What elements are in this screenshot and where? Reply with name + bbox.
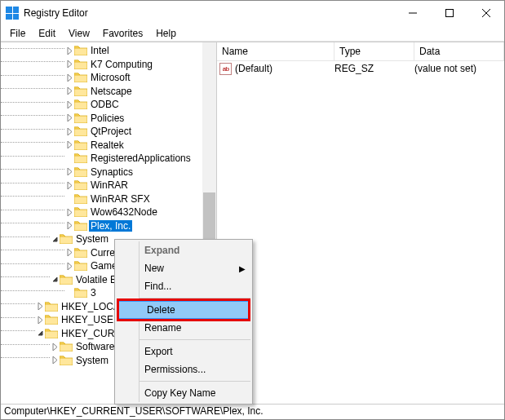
chevron-right-icon[interactable] [50, 340, 60, 353]
chevron-right-icon[interactable] [64, 98, 74, 111]
col-header-data[interactable]: Data [414, 42, 504, 60]
ctx-find[interactable]: Find... [140, 277, 250, 295]
regedit-app-icon [6, 7, 19, 20]
chevron-right-icon[interactable] [64, 71, 74, 84]
list-pane[interactable]: Name Type Data ab (Default) REG_SZ (valu… [217, 42, 504, 404]
tree-item-label: Software [74, 341, 116, 352]
folder-icon [74, 287, 87, 298]
tree-item-label: Policies [89, 113, 126, 124]
row-name: (Default) [235, 63, 272, 74]
tree-item-label: WinRAR SFX [89, 193, 152, 205]
folder-icon [74, 153, 87, 164]
chevron-right-icon[interactable] [64, 85, 74, 98]
tree-item[interactable]: Wow6432Node [1, 206, 216, 219]
tree-item-label: RegisteredApplications [89, 153, 193, 164]
tree-item-label: Synaptics [89, 166, 135, 178]
menu-edit[interactable]: Edit [33, 27, 61, 40]
chevron-right-icon[interactable] [35, 300, 45, 313]
folder-icon [60, 274, 73, 285]
chevron-down-icon[interactable] [50, 273, 60, 286]
tree-item[interactable]: K7 Computing [1, 58, 216, 72]
menu-file[interactable]: File [4, 27, 31, 40]
menu-view[interactable]: View [63, 27, 95, 40]
folder-icon [74, 113, 87, 124]
context-menu: Expand New ▶ Find... Delete Rename Expor… [114, 239, 253, 405]
tree-item[interactable]: Policies [1, 112, 216, 126]
tree-item-label: Intel [89, 45, 111, 56]
folder-icon [74, 72, 87, 83]
tree-item[interactable]: Microsoft [1, 71, 216, 85]
chevron-right-icon[interactable] [64, 166, 74, 179]
list-row[interactable]: ab (Default) REG_SZ (value not set) [217, 61, 504, 76]
tree-item-label: Realtek [89, 139, 126, 151]
tree-item[interactable]: ODBC [1, 98, 216, 112]
folder-icon [74, 193, 87, 205]
ctx-new[interactable]: New ▶ [140, 259, 250, 277]
ctx-copy-key-name[interactable]: Copy Key Name [140, 384, 250, 402]
minimize-button[interactable] [394, 1, 431, 25]
tree-item-label: 3 [89, 287, 98, 298]
title-bar: Registry Editor [1, 1, 504, 25]
tree-item[interactable]: WinRAR SFX [1, 192, 216, 206]
list-header[interactable]: Name Type Data [217, 42, 504, 61]
chevron-right-icon[interactable] [64, 259, 74, 272]
chevron-right-icon[interactable] [50, 354, 60, 367]
folder-icon [60, 341, 73, 352]
chevron-right-icon[interactable] [64, 206, 74, 219]
chevron-down-icon[interactable] [35, 327, 45, 340]
tree-item-label: QtProject [89, 126, 133, 137]
folder-icon [74, 206, 87, 218]
chevron-right-icon[interactable] [64, 139, 74, 152]
folder-icon [45, 314, 58, 325]
status-bar: Computer\HKEY_CURRENT_USER\SOFTWARE\Plex… [1, 404, 504, 419]
chevron-down-icon[interactable] [50, 232, 60, 245]
tree-item[interactable]: WinRAR [1, 179, 216, 192]
chevron-right-icon[interactable] [64, 58, 74, 71]
tree-item[interactable]: Intel [1, 44, 216, 58]
chevron-right-icon[interactable] [64, 219, 74, 232]
menu-help[interactable]: Help [150, 27, 182, 40]
col-header-type[interactable]: Type [334, 42, 414, 60]
folder-icon [74, 179, 87, 191]
tree-item[interactable]: Netscape [1, 85, 216, 99]
folder-icon [45, 301, 58, 312]
ctx-rename[interactable]: Rename [140, 319, 250, 337]
ctx-delete-label: Delete [147, 304, 175, 316]
tree-item[interactable]: Plex, Inc. [1, 219, 216, 233]
close-button[interactable] [467, 1, 504, 25]
tree-leaf-spacer [64, 192, 74, 206]
tree-leaf-spacer [64, 152, 74, 165]
folder-icon [74, 59, 87, 70]
tree-item-label: System [74, 233, 110, 245]
tree-item[interactable]: Synaptics [1, 166, 216, 179]
tree-item[interactable]: RegisteredApplications [1, 152, 216, 166]
chevron-right-icon[interactable] [64, 125, 74, 138]
submenu-arrow-icon: ▶ [239, 264, 246, 273]
tree-item[interactable]: Realtek [1, 139, 216, 153]
folder-icon [74, 166, 87, 178]
ctx-export[interactable]: Export [140, 343, 250, 360]
folder-icon [74, 99, 87, 110]
ctx-permissions[interactable]: Permissions... [140, 360, 250, 378]
tree-leaf-spacer [64, 286, 74, 299]
svg-rect-1 [445, 10, 453, 17]
folder-icon [60, 355, 73, 366]
tree-item-label: Plex, Inc. [89, 220, 132, 232]
menu-favorites[interactable]: Favorites [97, 27, 148, 40]
tree-item-label: Netscape [89, 86, 134, 97]
chevron-right-icon[interactable] [35, 313, 45, 326]
tree-item-label: Microsoft [89, 72, 132, 83]
col-header-name[interactable]: Name [217, 42, 334, 60]
chevron-right-icon[interactable] [64, 246, 74, 259]
folder-icon [74, 220, 87, 232]
chevron-right-icon[interactable] [64, 44, 74, 57]
maximize-button[interactable] [431, 1, 467, 25]
chevron-right-icon[interactable] [64, 179, 74, 192]
ctx-delete[interactable]: Delete [117, 301, 250, 319]
folder-icon [74, 247, 87, 259]
chevron-right-icon[interactable] [64, 112, 74, 125]
folder-icon [45, 328, 58, 339]
tree-item[interactable]: QtProject [1, 125, 216, 139]
tree-item-label: ODBC [89, 99, 121, 110]
ctx-expand[interactable]: Expand [140, 241, 250, 259]
